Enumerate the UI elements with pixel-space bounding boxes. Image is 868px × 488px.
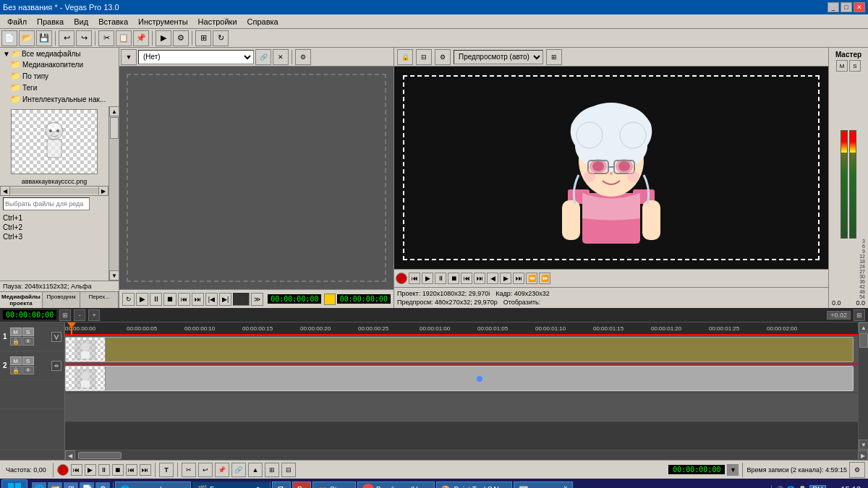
new-btn[interactable]: 📄 [1,30,17,46]
prev-ctrl2[interactable]: ▶ [422,273,433,284]
marker-btn[interactable] [324,294,335,305]
preview-settings-btn[interactable]: ⚙ [435,49,451,65]
prev-ctrl10[interactable]: ⏪ [526,273,537,284]
open-btn[interactable]: 📂 [19,30,35,46]
tab-media[interactable]: Медиафайлы проекта [0,292,43,308]
menu-edit[interactable]: Правка [33,16,68,27]
scroll-down[interactable]: ▼ [109,270,119,281]
tree-item-1[interactable]: 📁 По типу [1,70,117,82]
menu-settings[interactable]: Настройки [194,16,242,27]
save-btn[interactable]: 💾 [36,30,52,46]
cut-btn[interactable]: ✂ [98,30,114,46]
taskbar-item-3[interactable]: P [292,481,311,488]
tl-hscroll-right[interactable]: ▶ [858,450,868,461]
ql-icon4[interactable]: 📄 [80,482,94,488]
master-btn2[interactable]: S [849,60,861,72]
tab-explorer[interactable]: Проводник [43,292,81,308]
pause-btn[interactable]: ⏸ [150,293,162,306]
timeline-tracks[interactable]: 00:00:00:00 00:00:00:05 00:00:00:10 00:0… [65,322,858,450]
ql-icon3[interactable]: 🖥 [64,482,78,488]
middle-tb4[interactable]: ⚙ [295,49,311,65]
close-button[interactable]: ✕ [854,2,865,12]
playhead[interactable] [71,322,72,335]
undo-btn[interactable]: ↩ [59,30,75,46]
play-btn[interactable]: ▶ [136,293,148,306]
prev-ctrl5[interactable]: ⏮ [461,273,472,284]
taskbar-item-5[interactable]: ● Bandicam (Не ... [357,481,435,488]
loop-btn[interactable]: ↻ [122,293,135,306]
prev-ctrl11[interactable]: ⏩ [539,273,550,284]
ql-icon5[interactable]: ⚙ [95,482,110,488]
tl-expand-btn[interactable]: ⊞ [854,309,865,321]
tl-scroll-down[interactable]: ▼ [859,440,868,450]
bc-btn10[interactable]: 🔗 [231,463,246,477]
track-1-clip[interactable] [65,337,854,362]
snap-btn[interactable]: ⊞ [195,30,211,46]
paste-btn[interactable]: 📌 [133,30,149,46]
redo-btn[interactable]: ↪ [76,30,92,46]
start-button[interactable] [1,479,27,488]
prev-ctrl1[interactable]: ⏮ [409,273,420,284]
bc-btn12[interactable]: ⊞ [265,463,279,477]
tree-root[interactable]: ▼ 📁 Все медиафайлы [1,49,117,59]
bc-btn5[interactable]: ⏮ [126,464,137,476]
track-2-solo[interactable]: S [22,356,34,365]
tl-scroll-up[interactable]: ▲ [859,322,868,333]
tl-zoom-out[interactable]: - [74,309,85,321]
record-btn[interactable] [57,464,69,476]
bc-btn2[interactable]: ▶ [85,464,96,476]
preview-lock-btn[interactable]: 🔒 [397,49,413,65]
menu-view[interactable]: Вид [69,16,93,27]
taskbar-item-4[interactable]: 🎮 Steam [312,481,356,488]
bc-btn3[interactable]: ⏸ [98,464,110,476]
bc-btn9[interactable]: 📌 [215,463,229,477]
timeline-view-btn[interactable] [233,293,250,306]
prev-ctrl8[interactable]: ▶ [500,273,511,284]
tree-item-3[interactable]: 📁 Интеллектуальные нак... [1,93,117,105]
preview-split-btn[interactable]: ⊟ [416,49,432,65]
track-1-mute[interactable]: M [10,328,22,336]
bc-btn4[interactable]: ⏹ [112,464,124,476]
tl-scroll-thumb[interactable] [859,333,868,348]
ql-icon2[interactable]: 📁 [48,482,62,488]
bc-btn11[interactable]: ▲ [248,463,263,477]
bc-btn13[interactable]: ⊟ [281,463,296,477]
menu-insert[interactable]: Вставка [94,16,132,27]
prev-ctrl4[interactable]: ⏹ [448,273,459,284]
menu-tools[interactable]: Инструменты [134,16,192,27]
next-marker-btn[interactable]: ▶| [219,293,231,306]
bc-marker[interactable]: ▼ [727,464,739,476]
loop-btn[interactable]: ↻ [213,30,229,46]
prev-ctrl9[interactable]: ⏭ [513,273,524,284]
tl-snap-btn[interactable]: ⊞ [59,309,71,321]
track-2-clip[interactable] [65,366,854,391]
master-btn1[interactable]: M [836,60,848,72]
prev-frame-btn[interactable]: ⏮ [178,293,190,306]
prev-ctrl7[interactable]: ◀ [487,273,498,284]
preview-mode-select[interactable]: Предпросмотр (авто) [454,50,543,64]
tray-icon2[interactable]: 🌐 [786,486,795,489]
ql-icon1[interactable]: 🌐 [32,482,46,488]
track-2-eye[interactable]: 👁 [22,366,34,374]
track-1-eye[interactable]: 👁 [22,337,34,346]
next-frame-btn[interactable]: ⏭ [192,293,204,306]
tray-icon3[interactable]: 🔋 [798,486,807,489]
prev-record-btn[interactable] [396,273,407,284]
stop-btn[interactable]: ⏹ [163,293,176,306]
bc-btn7[interactable]: ✂ [182,463,196,477]
prev-ctrl3[interactable]: ⏸ [435,273,446,284]
middle-tb1[interactable]: ▼ [121,49,137,65]
timeline-scrollbar-v[interactable]: ▲ ▼ [858,322,868,450]
track-1-lock[interactable]: 🔒 [10,337,22,346]
track-1-solo[interactable]: S [22,328,34,336]
maximize-button[interactable]: □ [841,2,852,12]
thumb-scrollbar[interactable]: ◀ ▶ [0,186,109,196]
tab-transitions[interactable]: Перех... [80,292,119,308]
menu-file[interactable]: Файл [3,16,31,27]
taskbar-item-1[interactable]: 🎬 Без названия *... [192,481,271,488]
lang-indicator[interactable]: RU [809,485,825,489]
render-btn[interactable]: ▶ [156,30,171,46]
bc-settings[interactable]: ⚙ [849,462,865,478]
tray-icon1[interactable]: 🔊 [775,486,783,489]
taskbar-item-2[interactable]: Я [272,481,291,488]
